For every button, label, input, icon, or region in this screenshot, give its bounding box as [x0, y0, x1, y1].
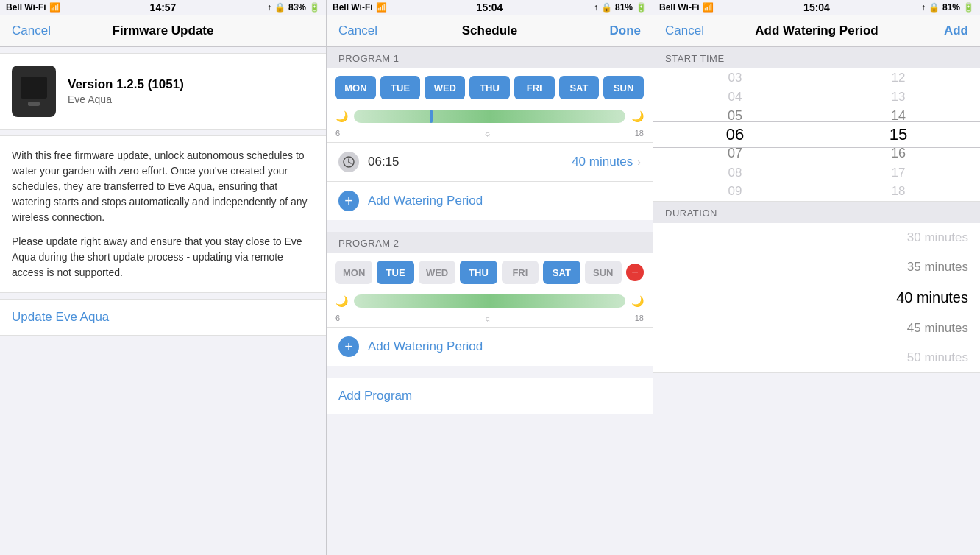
- day-mon-2[interactable]: MON: [335, 261, 372, 284]
- moon-icon-left-2: 🌙: [335, 295, 348, 307]
- program-1-header: PROGRAM 1: [327, 47, 653, 68]
- add-button[interactable]: Add: [944, 24, 968, 38]
- duration-picker: 30 minutes 35 minutes 40 minutes 45 minu…: [653, 223, 980, 373]
- add-circle-icon-2: +: [338, 336, 359, 357]
- firmware-content: Version 1.2.5 (1051) Eve Aqua With this …: [0, 53, 326, 336]
- status-bar-1: Bell Wi-Fi 📶 14:57 ↑ 🔒 83% 🔋: [0, 0, 326, 15]
- minutes-picker-col[interactable]: 12 13 14 15 16 17 18: [817, 68, 980, 201]
- lock-icon-3: 🔒: [928, 2, 940, 13]
- slider-label-18-2: 18: [635, 314, 644, 322]
- cancel-button-2[interactable]: Cancel: [338, 24, 377, 38]
- picker-row: 03 04 05 06 07 08 09 12 13 14 15: [653, 68, 980, 201]
- start-time-picker[interactable]: 03 04 05 06 07 08 09 12 13 14 15: [653, 68, 980, 202]
- day-wed-2[interactable]: WED: [419, 261, 455, 284]
- hour-03: 03: [653, 68, 817, 88]
- cancel-button-3[interactable]: Cancel: [665, 24, 704, 38]
- min-18: 18: [817, 182, 980, 201]
- wifi-icon-3: 📶: [703, 2, 714, 13]
- min-12: 12: [817, 68, 980, 88]
- location-icon-3: ↑: [921, 2, 926, 13]
- min-15: 15: [817, 125, 980, 144]
- status-left-2: Bell Wi-Fi 📶: [333, 2, 387, 13]
- schedule-scroll: PROGRAM 1 MON TUE WED THU FRI SAT SUN 🌙: [327, 47, 653, 555]
- duration-30[interactable]: 30 minutes: [653, 223, 980, 252]
- day-sun-2[interactable]: SUN: [585, 261, 622, 284]
- done-button[interactable]: Done: [610, 24, 642, 38]
- battery-icon-2: 🔋: [636, 2, 647, 13]
- description-1: With this free firmware update, unlock a…: [12, 148, 314, 225]
- watering-period-scroll: START TIME 03 04 05 06 07 08 09: [653, 47, 980, 555]
- slider-labels-2: 6 ☼ 18: [327, 314, 653, 327]
- page-title-3: Add Watering Period: [755, 24, 878, 38]
- nav-bar-3: Cancel Add Watering Period Add: [653, 15, 980, 47]
- day-thu-1[interactable]: THU: [469, 76, 510, 99]
- status-left-3: Bell Wi-Fi 📶: [659, 2, 714, 13]
- hours-picker-col[interactable]: 03 04 05 06 07 08 09: [653, 68, 817, 201]
- status-bar-3: Bell Wi-Fi 📶 15:04 ↑ 🔒 81% 🔋: [653, 0, 980, 15]
- wifi-icon-2: 📶: [376, 2, 387, 13]
- add-watering-2[interactable]: + Add Watering Period: [327, 327, 653, 366]
- add-program-section: Add Program: [327, 378, 653, 414]
- cancel-button-1[interactable]: Cancel: [12, 24, 51, 38]
- program-2-section: PROGRAM 2 MON TUE WED THU FRI SAT SUN − …: [327, 232, 653, 366]
- hour-09: 09: [653, 182, 817, 201]
- hour-07: 07: [653, 144, 817, 163]
- duration-50[interactable]: 50 minutes: [653, 343, 980, 372]
- battery-3: 81%: [942, 2, 960, 13]
- add-watering-label-2: Add Watering Period: [368, 339, 483, 354]
- day-wed-1[interactable]: WED: [425, 76, 465, 99]
- carrier-2: Bell Wi-Fi: [333, 2, 373, 13]
- slider-track-2[interactable]: [354, 294, 625, 308]
- location-icon-2: ↑: [594, 2, 598, 13]
- chevron-icon-1: ›: [637, 156, 641, 168]
- plus-icon-1: +: [344, 194, 353, 208]
- battery-1: 83%: [288, 2, 306, 13]
- wifi-icon-1: 📶: [49, 2, 60, 13]
- duration-45[interactable]: 45 minutes: [653, 314, 980, 343]
- day-thu-2[interactable]: THU: [460, 261, 497, 284]
- add-watering-1[interactable]: + Add Watering Period: [327, 181, 653, 220]
- device-icon: [12, 66, 56, 117]
- day-tue-1[interactable]: TUE: [380, 76, 421, 99]
- moon-icon-left-1: 🌙: [335, 110, 348, 122]
- schedule-panel: Bell Wi-Fi 📶 15:04 ↑ 🔒 81% 🔋 Cancel Sche…: [327, 0, 653, 555]
- moon-icon-right-1: 🌙: [631, 110, 644, 122]
- day-fri-1[interactable]: FRI: [514, 76, 555, 99]
- battery-icon-3: 🔋: [963, 2, 974, 13]
- update-link-section: Update Eve Aqua: [0, 299, 326, 336]
- program-1-time-entry[interactable]: 06:15 40 minutes ›: [327, 142, 653, 181]
- device-info: Version 1.2.5 (1051) Eve Aqua: [68, 77, 184, 105]
- moon-icon-right-2: 🌙: [631, 295, 644, 307]
- day-sat-1[interactable]: SAT: [559, 76, 600, 99]
- device-connector: [28, 102, 40, 106]
- duration-35[interactable]: 35 minutes: [653, 252, 980, 282]
- day-fri-2[interactable]: FRI: [502, 261, 539, 284]
- hour-06: 06: [653, 125, 817, 144]
- day-sun-1[interactable]: SUN: [603, 76, 644, 99]
- day-sat-2[interactable]: SAT: [543, 261, 580, 284]
- add-program-button[interactable]: Add Program: [338, 389, 412, 403]
- update-link[interactable]: Update Eve Aqua: [0, 300, 326, 335]
- add-watering-label-1: Add Watering Period: [368, 194, 483, 208]
- remove-program-2-button[interactable]: −: [626, 264, 644, 281]
- duration-40[interactable]: 40 minutes: [653, 282, 980, 314]
- slider-track-1[interactable]: [354, 110, 625, 123]
- carrier-3: Bell Wi-Fi: [659, 2, 700, 13]
- svg-line-2: [349, 162, 351, 163]
- day-tue-2[interactable]: TUE: [377, 261, 413, 284]
- firmware-update-panel: Bell Wi-Fi 📶 14:57 ↑ 🔒 83% 🔋 Cancel Firm…: [0, 0, 327, 555]
- firmware-scroll: Version 1.2.5 (1051) Eve Aqua With this …: [0, 47, 326, 555]
- add-circle-icon-1: +: [338, 191, 359, 211]
- time-3: 15:04: [803, 1, 830, 13]
- status-right-3: ↑ 🔒 81% 🔋: [921, 2, 974, 13]
- status-right-1: ↑ 🔒 83% 🔋: [267, 2, 320, 13]
- program-separator-2: [327, 366, 653, 378]
- time-2: 15:04: [477, 1, 503, 13]
- program-1-section: PROGRAM 1 MON TUE WED THU FRI SAT SUN 🌙: [327, 47, 653, 220]
- slider-thumb-1: [430, 110, 433, 123]
- slider-label-6-2: 6: [335, 314, 340, 322]
- page-title-1: Firmware Update: [113, 24, 214, 38]
- slider-label-6: 6: [335, 129, 340, 138]
- status-bar-2: Bell Wi-Fi 📶 15:04 ↑ 🔒 81% 🔋: [327, 0, 653, 15]
- day-mon-1[interactable]: MON: [335, 76, 376, 99]
